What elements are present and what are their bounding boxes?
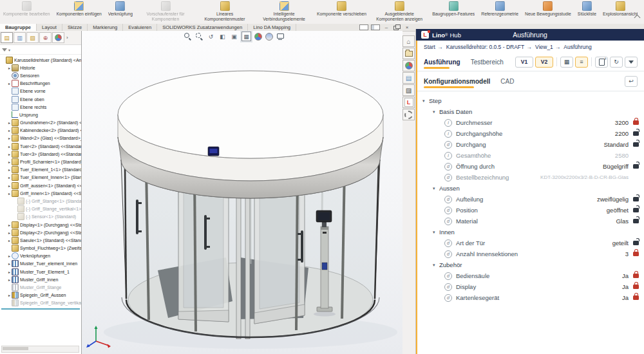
ribbon-item[interactable]: Explosionsansicht <box>600 0 641 24</box>
config-row[interactable]: d Öffnung durch Bügelgriff <box>416 161 644 172</box>
ribbon-item[interactable]: Verknüpfung <box>105 0 136 24</box>
expand-arrow-icon[interactable]: ▸ <box>7 270 12 274</box>
breadcrumb-link[interactable]: View_1 <box>535 44 553 50</box>
tree-filter[interactable]: ▾ <box>0 45 81 55</box>
ribbon-item[interactable]: Komponente verschieben <box>314 0 370 24</box>
version-button[interactable]: V1 <box>515 57 533 68</box>
panel-tab[interactable]: Ausführung <box>424 56 460 68</box>
section-chevron-icon[interactable]: ▾ <box>433 263 439 268</box>
feature-tree-item[interactable]: ▸ Historie <box>1 64 81 71</box>
feature-tree-item[interactable]: ▸ Verknüpfungen <box>1 252 81 260</box>
ribbon-item[interactable]: Komponenten einfügen <box>53 0 105 24</box>
graphics-viewport[interactable]: ↺ ◧ ▣ ▦ <box>82 31 402 354</box>
config-row[interactable]: i Durchmesser 3200 <box>416 117 644 128</box>
section-chevron-icon[interactable]: ▾ <box>433 230 439 235</box>
tab-featuremanager[interactable]: ▤ <box>1 32 13 43</box>
view-orientation-icon[interactable]: ▦ <box>242 32 251 41</box>
lock-icon[interactable] <box>633 252 639 256</box>
expand-arrow-icon[interactable]: ▸ <box>7 261 12 266</box>
refresh-icon[interactable]: ↻ <box>610 57 623 68</box>
config-row[interactable]: d Material Glas <box>416 216 644 227</box>
feature-tree-item[interactable]: Sensoren <box>1 71 81 79</box>
expand-arrow-icon[interactable]: ▸ <box>7 183 12 188</box>
lock-icon[interactable] <box>633 274 639 278</box>
feature-tree-item[interactable]: ▸ Tuer_Element_Innen<1> (Standard) <box>1 174 81 182</box>
command-tab[interactable]: Evaluieren <box>123 24 157 31</box>
zoom-fit-icon[interactable] <box>184 32 192 41</box>
tab-dimxpertmanager[interactable]: ⊕ <box>39 32 52 43</box>
lock-icon[interactable] <box>633 197 639 201</box>
feature-tree-item[interactable]: ▸ Griff_aussen<1> (Standard) <<Stand <box>1 182 81 189</box>
tab-configurationmanager[interactable]: ▧ <box>26 32 39 43</box>
table-view-icon[interactable]: ▦ <box>560 57 573 68</box>
appearance-icon[interactable] <box>254 33 262 41</box>
ribbon-item[interactable]: Neue Bewegungsstudie <box>522 0 574 24</box>
filter-icon[interactable] <box>625 57 638 68</box>
task-pane-button[interactable]: ▨ <box>402 84 415 96</box>
feature-tree-item[interactable]: (-) Griff_Stange_vertikal<1> (Standa <box>1 205 81 213</box>
expand-arrow-icon[interactable]: ▸ <box>7 293 12 297</box>
expand-arrow-icon[interactable]: ▸ <box>7 144 12 149</box>
command-tab[interactable]: Lino DA Mapping <box>248 24 296 31</box>
split-pane-button[interactable] <box>371 24 380 30</box>
revolving-door-model[interactable] <box>82 31 402 354</box>
expand-arrow-icon[interactable]: ▸ <box>7 81 12 86</box>
ribbon-item[interactable]: Instant3D <box>641 0 644 24</box>
config-row[interactable]: d Position geöffnet <box>416 205 644 216</box>
config-row[interactable]: d Bediensäule Ja <box>416 270 644 281</box>
ribbon-item[interactable]: Referenzgeometrie <box>478 0 522 24</box>
config-row[interactable]: ▾ Zubehör <box>416 259 644 270</box>
section-chevron-icon[interactable]: ▾ <box>433 186 439 191</box>
feature-tree-item[interactable]: ▸ Muster_Griff_innen <box>1 275 81 283</box>
expand-arrow-icon[interactable]: ▸ <box>7 120 12 125</box>
feature-tree-item[interactable]: ▸ Griff_innen<1> (Standard) <<Stand <box>1 189 81 197</box>
lock-icon[interactable] <box>633 241 639 245</box>
expand-arrow-icon[interactable]: ▸ <box>7 223 12 227</box>
config-row[interactable]: d Art der Tür geteilt <box>416 238 644 248</box>
expand-arrow-icon[interactable]: ▸ <box>7 191 12 196</box>
feature-tree-item[interactable]: Symbol_Fluchtweg<1> (Zweifach_Fl <box>1 245 81 252</box>
feature-tree-item[interactable]: ▸ Muster_Tuer_element_innen <box>1 260 81 268</box>
expand-arrow-icon[interactable]: ▸ <box>7 230 12 235</box>
ribbon-item[interactable]: Komponente bearbeiten <box>0 0 53 24</box>
feature-tree-item[interactable]: Spiegeln_Griff_Stange_vertikal <box>1 299 81 307</box>
config-row[interactable]: ▾ Step <box>416 95 644 106</box>
config-row[interactable]: d Anzahl Innensektionen 3 <box>416 248 644 259</box>
command-tab[interactable]: Markierung <box>88 24 123 31</box>
feature-tree-item[interactable]: ▸ Tuer<3> (Standard) <<Standard>_A <box>1 150 81 158</box>
expand-arrow-icon[interactable]: ▸ <box>7 167 12 172</box>
expand-arrow-icon[interactable]: ▸ <box>7 277 12 282</box>
ribbon-item[interactable]: Intelligente Verbindungselemente <box>254 0 314 24</box>
view-settings-icon[interactable] <box>276 32 285 41</box>
task-pane-button[interactable] <box>402 60 415 71</box>
ribbon-item[interactable]: Stückliste <box>574 0 600 24</box>
task-pane-button[interactable]: ⌂ <box>402 35 415 47</box>
panel-tab[interactable]: Testbereich <box>471 56 504 68</box>
command-tab[interactable]: SOLIDWORKS Zusatzanwendungen <box>157 24 248 31</box>
close-button[interactable]: × <box>403 24 411 30</box>
command-tab[interactable]: Baugruppe <box>0 24 37 31</box>
config-row[interactable]: ▾ Aussen <box>416 183 644 194</box>
task-pane-button[interactable] <box>402 48 415 59</box>
horizontal-scrollbar[interactable] <box>1 346 79 353</box>
expand-arrow-icon[interactable]: ▸ <box>7 254 12 258</box>
feature-tree-item[interactable]: ▸ Tuer_Element_1<1> (Standard) <<St <box>1 166 81 174</box>
ribbon-item[interactable]: Ausgeblendete Komponenten anzeigen <box>370 0 429 24</box>
apply-return-icon[interactable]: ↩ <box>625 76 638 87</box>
feature-tree-item[interactable]: ▸ Muster_Tuer_Element_1 <box>1 268 81 275</box>
feature-tree-item[interactable]: Ebene oben <box>1 95 81 103</box>
expand-arrow-icon[interactable]: ▸ <box>7 238 12 243</box>
config-row[interactable]: ▾ Innen <box>416 227 644 238</box>
feature-tree-item[interactable]: Ursprung <box>1 111 81 118</box>
previous-view-icon[interactable]: ↺ <box>207 32 215 41</box>
command-tab[interactable]: Layout <box>37 24 62 31</box>
task-pane-button[interactable]: ▤ <box>402 72 415 84</box>
ribbon-item[interactable]: Lineares Komponentenmuster <box>195 0 254 24</box>
feature-tree-item[interactable]: Muster_Griff_Stange <box>1 283 81 291</box>
pin-pane-button[interactable] <box>359 24 368 30</box>
expand-arrow-icon[interactable]: ▸ <box>7 128 12 133</box>
feature-tree-item[interactable]: (-) Sensor<1> (Standard) <box>1 213 81 221</box>
breadcrumb-link[interactable]: Start <box>424 44 435 50</box>
lock-icon[interactable] <box>633 219 639 223</box>
config-row[interactable]: d Kartenlesegerät Ja <box>416 292 644 303</box>
